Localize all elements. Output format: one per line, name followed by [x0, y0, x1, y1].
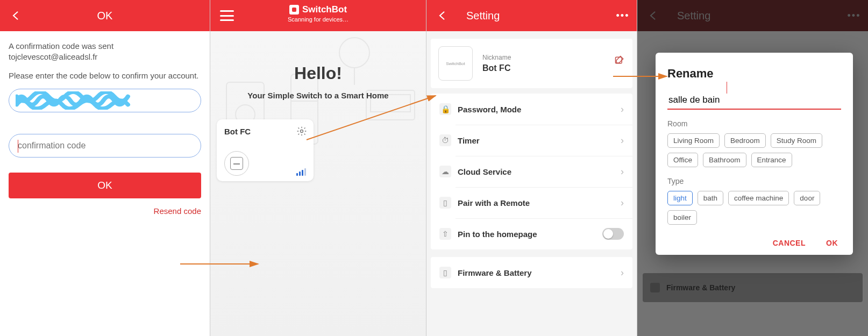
- settings-section-2: ▯ Firmware & Battery ›: [431, 257, 632, 288]
- chevron-right-icon: ›: [621, 135, 624, 146]
- redaction-scribble: [16, 91, 131, 110]
- type-label: Type: [667, 177, 841, 185]
- hello-tagline: Your Simple Switch to a Smart Home: [217, 91, 419, 100]
- device-card[interactable]: Bot FC: [217, 119, 314, 181]
- rename-input[interactable]: [667, 92, 841, 110]
- remote-icon: ▯: [439, 197, 451, 209]
- masked-email-field: [9, 89, 201, 112]
- setting-screen: Setting ••• SwitchBot Nickname Bot FC 🔒 …: [426, 0, 637, 336]
- signal-icon: [296, 168, 306, 176]
- room-chip[interactable]: Bathroom: [703, 153, 746, 167]
- edit-icon[interactable]: [614, 55, 625, 66]
- confirmation-code-input[interactable]: [18, 141, 192, 151]
- pin-icon: ⇧: [439, 228, 451, 240]
- header-3: Setting •••: [426, 0, 637, 31]
- battery-icon: ▯: [439, 267, 451, 278]
- room-chip[interactable]: Living Room: [667, 133, 720, 148]
- nickname-label: Nickname: [482, 54, 511, 61]
- row-label: Cloud Service: [458, 167, 621, 176]
- device-card-title: Bot FC: [224, 127, 306, 136]
- resend-code-link[interactable]: Resend code: [9, 206, 201, 217]
- cancel-button[interactable]: CANCEL: [773, 239, 806, 247]
- more-icon[interactable]: •••: [615, 8, 630, 23]
- room-label: Room: [667, 119, 841, 128]
- chevron-right-icon: ›: [621, 197, 624, 209]
- pin-toggle[interactable]: [602, 228, 624, 240]
- rename-dialog-screen: Setting ••• Firmware & Battery Rename Ro…: [637, 0, 868, 336]
- ok-button[interactable]: OK: [9, 173, 201, 198]
- ok-button[interactable]: OK: [826, 239, 838, 247]
- bot-icon: [224, 151, 249, 176]
- info-text-1: A confirmation code was sent tojclevesco…: [9, 41, 201, 63]
- header-2: SwitchBot Scanning for devices…: [210, 0, 426, 31]
- gear-icon[interactable]: [296, 126, 307, 137]
- row-pair-remote[interactable]: ▯ Pair with a Remote ›: [431, 187, 632, 218]
- header-title-3: Setting: [466, 10, 500, 22]
- scanning-text: Scanning for devices…: [288, 16, 348, 23]
- hello-block: Hello! Your Simple Switch to a Smart Hom…: [217, 63, 419, 100]
- type-chip[interactable]: coffee machine: [728, 191, 789, 205]
- chevron-right-icon: ›: [621, 267, 624, 278]
- back-icon[interactable]: [9, 8, 24, 23]
- device-thumbnail: SwitchBot: [438, 46, 473, 81]
- brand-name: SwitchBot: [302, 4, 347, 15]
- info-text-2: Please enter the code below to confirm y…: [9, 70, 201, 81]
- header-1: OK: [0, 0, 210, 31]
- row-timer[interactable]: ⏱ Timer ›: [431, 125, 632, 156]
- row-cloud-service[interactable]: ☁ Cloud Service ›: [431, 156, 632, 187]
- dialog-title: Rename: [667, 67, 841, 81]
- row-label: Pair with a Remote: [458, 198, 621, 208]
- row-pin-homepage[interactable]: ⇧ Pin to the homepage: [431, 218, 632, 249]
- device-header: SwitchBot Nickname Bot FC: [431, 39, 632, 88]
- brand-block: SwitchBot Scanning for devices…: [210, 4, 426, 23]
- confirmation-code-field[interactable]: [9, 134, 201, 158]
- room-chip[interactable]: Bedroom: [724, 133, 766, 148]
- row-password-mode[interactable]: 🔒 Password, Mode ›: [431, 94, 632, 125]
- confirmation-screen: OK A confirmation code was sent tojcleve…: [0, 0, 210, 336]
- row-label: Timer: [458, 136, 621, 145]
- header-title-1: OK: [97, 10, 113, 22]
- rename-dialog: Rename Room Living RoomBedroomStudy Room…: [656, 53, 853, 255]
- type-chip[interactable]: boiler: [667, 210, 697, 225]
- room-chip[interactable]: Entrance: [751, 153, 792, 167]
- home-body: Hello! Your Simple Switch to a Smart Hom…: [210, 31, 426, 336]
- row-label: Firmware & Battery: [458, 268, 621, 277]
- row-firmware-battery[interactable]: ▯ Firmware & Battery ›: [431, 257, 632, 288]
- hello-title: Hello!: [217, 63, 419, 83]
- back-icon[interactable]: [435, 8, 450, 23]
- chevron-right-icon: ›: [621, 104, 624, 115]
- row-label: Pin to the homepage: [458, 230, 602, 239]
- menu-icon[interactable]: [219, 8, 235, 23]
- room-chip[interactable]: Office: [667, 153, 698, 167]
- svg-point-7: [301, 130, 303, 133]
- type-chips: lightbathcoffee machinedoorboiler: [667, 191, 841, 225]
- brand-logo-icon: [289, 5, 299, 15]
- dialog-actions: CANCEL OK: [667, 239, 841, 247]
- settings-section-1: 🔒 Password, Mode › ⏱ Timer › ☁ Cloud Ser…: [431, 94, 632, 249]
- row-label: Password, Mode: [458, 105, 621, 114]
- setting-body: SwitchBot Nickname Bot FC 🔒 Password, Mo…: [426, 31, 637, 294]
- type-chip[interactable]: light: [667, 191, 693, 205]
- room-chips: Living RoomBedroomStudy RoomOfficeBathro…: [667, 133, 841, 167]
- type-chip[interactable]: bath: [698, 191, 723, 205]
- cloud-icon: ☁: [439, 166, 451, 177]
- clock-icon: ⏱: [439, 134, 451, 146]
- room-chip[interactable]: Study Room: [771, 133, 822, 148]
- nickname-value: Bot FC: [482, 63, 511, 73]
- confirmation-body: A confirmation code was sent tojclevesco…: [0, 31, 210, 217]
- chevron-right-icon: ›: [621, 166, 624, 177]
- lock-icon: 🔒: [439, 103, 451, 115]
- home-screen: SwitchBot Scanning for devices… Hello! Y…: [210, 0, 426, 336]
- type-chip[interactable]: door: [794, 191, 820, 205]
